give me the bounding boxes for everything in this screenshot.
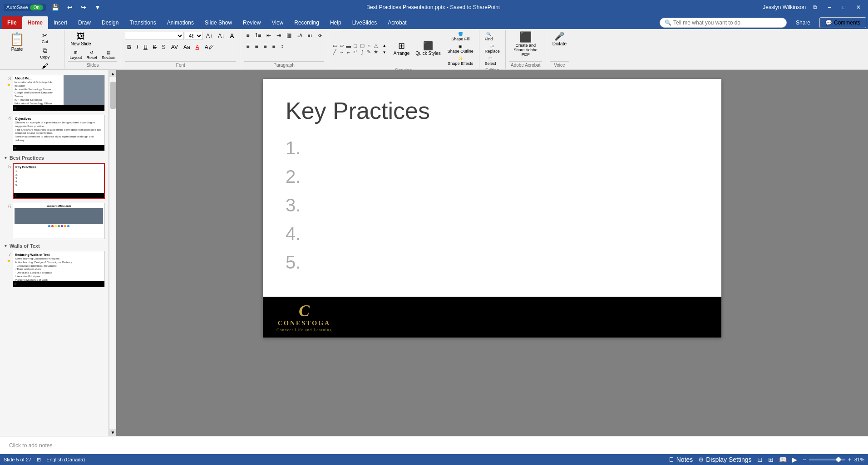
align-right-button[interactable]: ≡ [261, 42, 269, 51]
search-input[interactable] [673, 20, 782, 26]
tab-view[interactable]: View [266, 16, 289, 29]
tab-transitions[interactable]: Transitions [124, 16, 161, 29]
list-item[interactable]: 5 Key Practices 1.2.3.4.5. C [2, 162, 107, 201]
dictate-button[interactable]: 🎤 Dictate [550, 31, 569, 48]
shape-connector[interactable]: ⌐ [345, 49, 352, 55]
numbering-button[interactable]: 1≡ [253, 31, 264, 40]
strikethrough-button[interactable]: S [151, 43, 159, 52]
slide-6-thumbnail[interactable]: support.office.com [13, 203, 105, 239]
decrease-font-button[interactable]: A↓ [216, 31, 227, 40]
tab-home[interactable]: Home [22, 16, 48, 29]
highlight-color-button[interactable]: A🖊 [202, 43, 216, 52]
font-size-select[interactable]: 48 [185, 32, 203, 40]
shape-rect3[interactable]: ▬ [345, 43, 352, 49]
minimize-button[interactable]: – [824, 3, 835, 11]
shape-effects-button[interactable]: ✨ Shape Effects [446, 55, 475, 67]
tab-file[interactable]: File [2, 16, 22, 29]
close-button[interactable]: ✕ [853, 3, 864, 11]
slide-7-thumbnail[interactable]: Reducing Walls of Text Active learning C… [13, 251, 105, 287]
list-item[interactable]: 4 Objectives Observe an example of a pre… [2, 113, 107, 152]
shape-ellipse[interactable]: ○ [366, 43, 372, 49]
convert-smartart-button[interactable]: ⟳ [316, 32, 324, 39]
tab-design[interactable]: Design [96, 16, 124, 29]
shape-triangle[interactable]: △ [373, 43, 379, 49]
zoom-slider[interactable] [809, 459, 845, 460]
shape-line[interactable]: ╱ [332, 49, 338, 55]
italic-button[interactable]: I [134, 43, 140, 52]
display-settings-button[interactable]: ⚙ Display Settings [697, 455, 752, 464]
arrange-button[interactable]: ⊞ Arrange [391, 40, 413, 57]
shape-rectangle[interactable]: ▭ [332, 43, 338, 49]
bold-button[interactable]: B [125, 43, 133, 52]
cut-button[interactable]: ✂ Cut [30, 31, 60, 45]
shape-rect2[interactable]: ▱ [339, 43, 345, 49]
list-item[interactable]: 3 ★ About Me... International and Ontari… [2, 73, 107, 113]
slide-3-thumbnail[interactable]: About Me... International and Ontario pu… [13, 75, 105, 111]
restore-window-button[interactable]: ⧉ [809, 3, 821, 11]
bullets-button[interactable]: ≡ [244, 31, 252, 40]
section-best-practices[interactable]: ▼ Best Practices [2, 153, 107, 162]
shape-arrow[interactable]: → [339, 49, 345, 55]
slide-canvas-area[interactable]: Key Practices 1. 2. 3. 4. 5. C CONESTOGA… [116, 70, 868, 436]
char-spacing-button[interactable]: AV [169, 43, 180, 52]
zoom-out-button[interactable]: − [802, 455, 807, 464]
more-shapes-up-button[interactable]: ▲ [380, 42, 389, 49]
shape-roundrect[interactable]: ▢ [359, 43, 365, 49]
list-item[interactable]: 6 support.office.com [2, 201, 107, 240]
underline-button[interactable]: U [141, 43, 150, 52]
tab-animations[interactable]: Animations [162, 16, 199, 29]
tab-draw[interactable]: Draw [73, 16, 96, 29]
slide-sorter-button[interactable]: ⊞ [767, 455, 774, 464]
slide-5-thumbnail[interactable]: Key Practices 1.2.3.4.5. C [13, 163, 105, 199]
select-button[interactable]: ⬚ Select [483, 55, 498, 67]
slide-content[interactable]: Key Practices 1. 2. 3. 4. 5. [263, 79, 721, 297]
tab-recording[interactable]: Recording [289, 16, 325, 29]
increase-indent-button[interactable]: ⇥ [274, 31, 283, 40]
shape-star[interactable]: ★ [373, 49, 379, 55]
slide-main-title[interactable]: Key Practices [286, 97, 699, 124]
more-shapes-down-button[interactable]: ▼ [380, 49, 389, 56]
list-item-1[interactable]: 1. [286, 138, 699, 158]
align-left-button[interactable]: ≡ [244, 42, 252, 51]
center-button[interactable]: ≡ [253, 42, 261, 51]
list-item[interactable]: 7 ★ Reducing Walls of Text Active learni… [2, 250, 107, 289]
font-color-button[interactable]: A [193, 43, 202, 52]
maximize-button[interactable]: □ [838, 3, 849, 11]
shadow-button[interactable]: S [160, 43, 168, 52]
slide-4-thumbnail[interactable]: Objectives Observe an example of a prese… [13, 115, 105, 151]
text-direction-button[interactable]: ↕A [295, 32, 305, 39]
share-button[interactable]: Share [790, 18, 816, 28]
notes-area[interactable]: Click to add notes [0, 436, 868, 454]
ribbon-search-bar[interactable]: 🔍 [660, 18, 787, 28]
increase-font-button[interactable]: A↑ [204, 31, 215, 40]
undo-button[interactable]: ↩ [64, 3, 75, 12]
tab-insert[interactable]: Insert [48, 16, 73, 29]
notes-status-button[interactable]: 🗒 Notes [667, 455, 694, 464]
tab-help[interactable]: Help [325, 16, 347, 29]
scroll-up-button[interactable]: ▲ [109, 70, 117, 77]
decrease-indent-button[interactable]: ⇤ [264, 31, 273, 40]
create-share-pdf-button[interactable]: ⬛ Create and Share Adobe PDF [509, 31, 542, 58]
section-button[interactable]: ▤ Section [100, 49, 117, 61]
shape-bent[interactable]: ↵ [352, 49, 359, 55]
scroll-down-button[interactable]: ▼ [109, 429, 117, 436]
quick-styles-button[interactable]: ⬛ Quick Styles [413, 40, 444, 57]
reset-button[interactable]: ↺ Reset [85, 49, 99, 61]
shape-fill-button[interactable]: 🪣 Shape Fill [446, 31, 475, 42]
tab-acrobat[interactable]: Acrobat [382, 16, 412, 29]
justify-button[interactable]: ≡ [270, 42, 278, 51]
shape-outline-button[interactable]: ▣ Shape Outline [446, 43, 475, 54]
align-text-button[interactable]: ≡↕ [306, 32, 315, 39]
shape-freeform[interactable]: ✎ [366, 49, 372, 55]
slide-panel[interactable]: 3 ★ About Me... International and Ontari… [0, 70, 109, 436]
list-item-3[interactable]: 3. [286, 195, 699, 215]
font-case-button[interactable]: Aa [181, 43, 192, 52]
tab-liveslides[interactable]: LiveSlides [347, 16, 383, 29]
layout-button[interactable]: ⊞ Layout [68, 49, 84, 61]
new-slide-button[interactable]: 🖼 New Slide [68, 31, 94, 48]
reading-view-button[interactable]: 📖 [778, 455, 788, 464]
save-button[interactable]: 💾 [49, 3, 62, 12]
list-item-4[interactable]: 4. [286, 224, 699, 244]
columns-button[interactable]: ▥ [284, 31, 294, 40]
scroll-thumb[interactable] [110, 82, 116, 109]
